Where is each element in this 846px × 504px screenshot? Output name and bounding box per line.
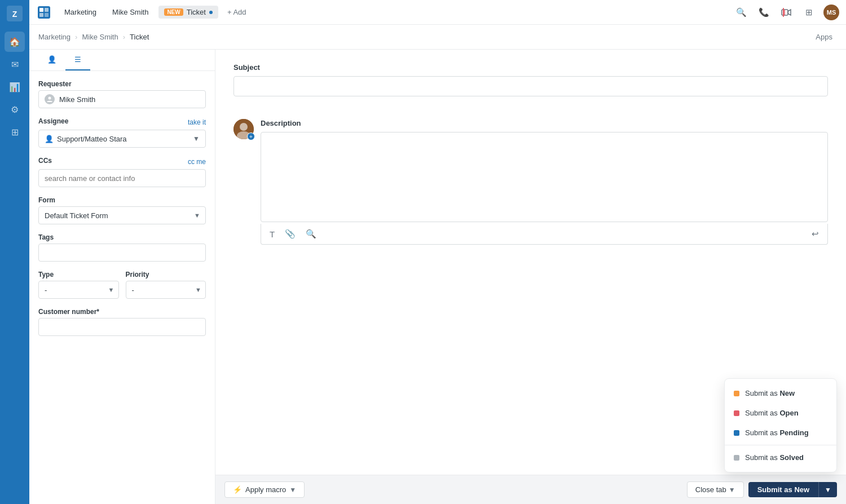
ccs-group: CCs cc me (38, 157, 206, 187)
type-select[interactable]: - (38, 281, 119, 299)
form-select[interactable]: Default Ticket Form (38, 206, 206, 224)
tab-marketing-label: Marketing (64, 8, 96, 16)
user-avatar[interactable]: MS (823, 5, 839, 20)
breadcrumb-current: Ticket (130, 33, 149, 41)
description-input[interactable] (261, 132, 828, 222)
top-bar-right: 🔍 📞 ⊞ MS (733, 5, 839, 20)
attachment-icon[interactable]: 📎 (283, 227, 297, 241)
undo-icon[interactable]: ↩ (810, 227, 821, 240)
submit-dropdown-menu: Submit as New Submit as Open Submit as P… (724, 378, 837, 472)
subject-input[interactable] (233, 76, 828, 96)
svg-point-10 (49, 97, 51, 100)
nav-settings-icon[interactable]: ⚙ (5, 99, 25, 120)
pending-status-dot (734, 430, 739, 436)
left-navigation: Z 🏠 ✉ 📊 ⚙ ⊞ (0, 0, 29, 504)
main-container: Marketing Mike Smith NEW Ticket + Add 🔍 … (29, 0, 846, 504)
tags-label: Tags (38, 233, 206, 241)
video-icon[interactable] (778, 5, 794, 20)
priority-select[interactable]: - (126, 281, 206, 299)
app-logo[interactable]: Z (6, 5, 24, 23)
nav-chart-icon[interactable]: 📊 (5, 77, 25, 97)
add-label: + Add (227, 8, 246, 16)
tags-input[interactable] (38, 244, 206, 262)
submit-solved-label: Submit as Solved (745, 453, 804, 462)
breadcrumb-bar: Marketing › Mike Smith › Ticket Apps (29, 25, 846, 50)
side-panel-tabs: 👤 ☰ (29, 50, 215, 71)
top-bar: Marketing Mike Smith NEW Ticket + Add 🔍 … (29, 0, 846, 25)
priority-group: Priority - ▼ (126, 271, 206, 299)
macro-icon: ⚡ (233, 485, 242, 494)
submit-as-new-button[interactable]: Submit as New (748, 482, 818, 497)
search-icon[interactable]: 🔍 (733, 5, 749, 20)
ccs-label: CCs (38, 157, 52, 165)
avatar-add-icon: + (247, 132, 255, 140)
nav-home-icon[interactable]: 🏠 (5, 32, 25, 52)
requester-label: Requester (38, 80, 206, 88)
open-status-dot (734, 410, 739, 416)
description-wrapper: Description T 📎 🔍 ↩ (261, 119, 828, 245)
list-tab-icon: ☰ (74, 55, 81, 64)
submit-dropdown-toggle[interactable]: ▼ (818, 482, 837, 497)
nav-inbox-icon[interactable]: ✉ (5, 54, 25, 74)
subject-section: Subject (233, 63, 828, 108)
customer-number-input[interactable] (38, 318, 206, 336)
cc-me-link[interactable]: cc me (188, 158, 206, 166)
requester-group: Requester Mike Smith (38, 80, 206, 108)
svg-rect-9 (783, 8, 784, 17)
requester-avatar (45, 94, 55, 104)
search-toolbar-icon[interactable]: 🔍 (304, 227, 318, 241)
assignee-label: Assignee (38, 117, 68, 125)
assignee-label-row: Assignee take it (38, 117, 206, 127)
close-tab-chevron-icon: ▼ (729, 486, 735, 494)
close-tab-label: Close tab (695, 485, 726, 494)
ticket-avatar-wrapper: + (233, 119, 254, 139)
bottom-bar-right: Close tab ▼ Submit as New ▼ (687, 481, 837, 498)
tab-user-icon[interactable]: 👤 (38, 50, 65, 70)
close-tab-button[interactable]: Close tab ▼ (687, 481, 744, 498)
apps-button[interactable]: Apps (811, 30, 837, 43)
svg-rect-6 (45, 13, 49, 17)
requester-value: Mike Smith (59, 95, 95, 104)
take-it-link[interactable]: take it (188, 118, 206, 126)
svg-rect-4 (45, 8, 49, 12)
type-group: Type - ▼ (38, 271, 119, 299)
submit-as-solved-option[interactable]: Submit as Solved (725, 448, 836, 467)
tab-marketing[interactable]: Marketing (59, 6, 102, 19)
apply-macro-button[interactable]: ⚡ Apply macro ▼ (224, 481, 305, 498)
solved-status-dot (734, 455, 739, 461)
editor-toolbar: T 📎 🔍 ↩ (261, 224, 828, 245)
tags-group: Tags (38, 233, 206, 262)
submit-pending-label: Submit as Pending (745, 428, 809, 437)
form-group: Form Default Ticket Form ▼ (38, 196, 206, 224)
tab-mike-smith-label: Mike Smith (112, 8, 148, 16)
breadcrumb-sep-1: › (75, 33, 77, 41)
assignee-value: Support/Matteo Stara (57, 135, 193, 143)
requester-field[interactable]: Mike Smith (38, 90, 206, 108)
description-label: Description (261, 119, 828, 127)
submit-new-label: Submit as New (745, 389, 795, 397)
new-badge: NEW (164, 8, 183, 16)
tab-list-icon[interactable]: ☰ (65, 50, 90, 70)
add-button[interactable]: + Add (223, 6, 251, 19)
nav-grid-icon[interactable]: ⊞ (5, 122, 25, 142)
submit-open-label: Submit as Open (745, 409, 799, 417)
breadcrumb-marketing[interactable]: Marketing (38, 33, 70, 41)
phone-icon[interactable]: 📞 (756, 5, 772, 20)
submit-as-open-option[interactable]: Submit as Open (725, 403, 836, 423)
format-text-icon[interactable]: T (268, 228, 276, 241)
svg-text:Z: Z (12, 10, 17, 19)
submit-as-new-option[interactable]: Submit as New (725, 383, 836, 403)
grid-apps-icon[interactable]: ⊞ (801, 5, 817, 20)
customer-number-label: Customer number* (38, 308, 206, 316)
tab-ticket[interactable]: NEW Ticket (158, 6, 218, 19)
ccs-input[interactable] (38, 169, 206, 187)
submit-as-pending-option[interactable]: Submit as Pending (725, 423, 836, 443)
tab-mike-smith[interactable]: Mike Smith (107, 6, 154, 19)
user-tab-icon: 👤 (47, 55, 56, 64)
bottom-bar: ⚡ Apply macro ▼ Close tab ▼ Submit as Ne… (215, 475, 846, 504)
tab-dot-indicator (209, 11, 213, 14)
breadcrumb-mike-smith[interactable]: Mike Smith (82, 33, 118, 41)
assignee-field[interactable]: 👤 Support/Matteo Stara ▼ (38, 130, 206, 148)
svg-rect-3 (39, 8, 43, 12)
content-area: 👤 ☰ Requester (29, 50, 846, 504)
